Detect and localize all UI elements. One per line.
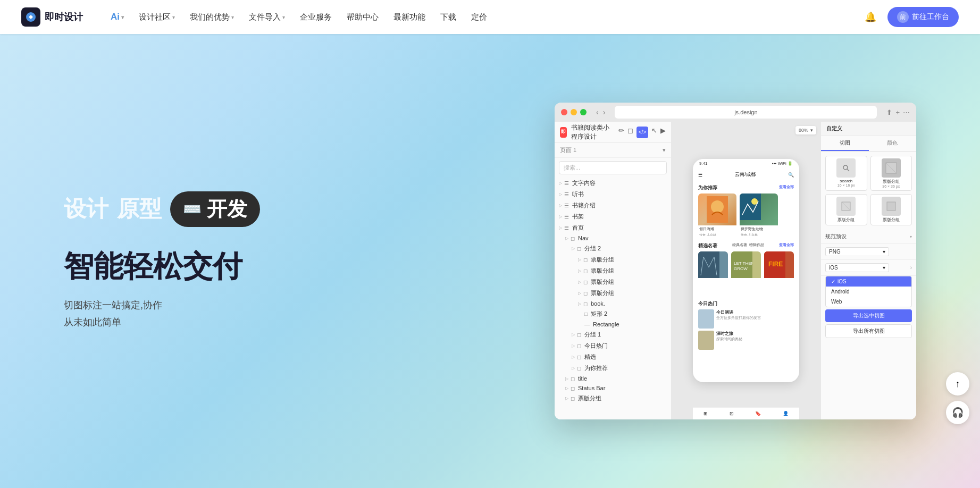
news-sub: 全方位多角度打磨你的发言 xyxy=(716,315,761,321)
browser-url-bar[interactable]: js.design xyxy=(615,106,877,119)
nav-item-pricing[interactable]: 定价 xyxy=(465,9,493,26)
news-sub: 探索时间的奥秘 xyxy=(716,336,742,342)
phone-section-classics-title: 精选名著 经典名著 特辑作品 查看全部 xyxy=(698,242,794,249)
view-all-btn[interactable]: 查看全部 xyxy=(779,184,794,191)
layer-item[interactable]: ▷☰ 书架 xyxy=(555,211,671,222)
phone-time: 9:41 xyxy=(699,161,708,166)
hero-subtitle-line2: 从未如此简单 xyxy=(64,317,121,327)
layer-item[interactable]: □ 矩形 2 xyxy=(555,308,671,319)
nav-item-features-label: 最新功能 xyxy=(393,12,425,22)
layer-item[interactable]: ▷◻ 票版分组 xyxy=(555,265,671,276)
chevron-down-icon: ▾ xyxy=(231,14,234,20)
platform-select[interactable]: iOS ▾ xyxy=(825,263,889,272)
play-icon[interactable]: ▶ xyxy=(660,127,666,138)
layer-item[interactable]: ▷◻ 分组 1 xyxy=(555,329,671,340)
nav-item-enterprise[interactable]: 企业服务 xyxy=(294,9,338,26)
export-all-button[interactable]: 导出所有切图 xyxy=(825,324,912,338)
layer-item[interactable]: ▷◻ 精选 xyxy=(555,351,671,363)
view-all-btn[interactable]: 查看全部 xyxy=(779,242,794,249)
layer-label: Status Bar xyxy=(578,385,605,391)
url-text: js.design xyxy=(734,109,757,115)
chevron-down-icon: ▾ xyxy=(883,249,885,255)
panel-section-title: 自定义 xyxy=(821,122,916,136)
platform-value: iOS xyxy=(829,265,838,271)
logo-area[interactable]: 即时设计 xyxy=(21,7,83,27)
nav-item-community[interactable]: 设计社区 ▾ xyxy=(132,9,181,26)
layer-label: 书架 xyxy=(572,213,584,221)
nav-item-features[interactable]: 最新功能 xyxy=(387,9,432,26)
browser-back-icon[interactable]: ‹ xyxy=(596,108,599,116)
format-select[interactable]: PNG ▾ xyxy=(825,247,889,256)
export-selected-button[interactable]: 导出选中切图 xyxy=(825,309,912,322)
layer-item[interactable]: ▷◻ 分组 2 xyxy=(555,243,671,254)
layer-item[interactable]: ▷◻ book. xyxy=(555,299,671,308)
select-icon[interactable]: ↖ xyxy=(651,127,657,138)
nav-right: 🔔 前 前往工作台 xyxy=(862,7,959,27)
dropdown-item-ios[interactable]: ✓ iOS xyxy=(826,276,911,287)
svg-point-2 xyxy=(711,200,724,213)
side-buttons: ↑ 🎧 xyxy=(946,372,969,424)
tab-color[interactable]: 颜色 xyxy=(869,136,917,151)
section-title-text: 精选名著 xyxy=(698,242,717,249)
svg-rect-3 xyxy=(740,193,761,220)
layer-label: book. xyxy=(591,300,605,307)
add-tab-icon[interactable]: + xyxy=(895,108,900,116)
share-icon[interactable]: ⬆ xyxy=(886,108,892,116)
workspace-button[interactable]: 前 前往工作台 xyxy=(887,7,959,27)
nav-item-help-label: 帮助中心 xyxy=(347,12,379,22)
hero-left: 设计 原型 ⌨️ 开发 智能轻松交付 切图标注一站搞定,协作 从未如此简单 xyxy=(64,191,506,331)
phone-card: FIRE xyxy=(764,251,794,294)
scroll-top-button[interactable]: ↑ xyxy=(946,372,969,396)
icon-size: 16 × 16 px xyxy=(828,183,865,187)
search-icon-box xyxy=(836,158,856,178)
nav-item-import[interactable]: 文件导入 ▾ xyxy=(242,9,291,26)
sidebar-search-input[interactable]: 搜索... xyxy=(559,161,667,174)
dropdown-item-web[interactable]: Web xyxy=(826,297,911,307)
layer-item[interactable]: ▷◻ Nav xyxy=(555,233,671,243)
navbar: 即时设计 Ai ▾ 设计社区 ▾ 我们的优势 ▾ 文件导入 ▾ 企业服务 帮助中… xyxy=(0,0,980,34)
panel-icon-item: 票版分组 36 × 36 px xyxy=(870,156,912,191)
layer-item[interactable]: ▷◻ 为你推荐 xyxy=(555,363,671,374)
layer-item[interactable]: — Rectangle xyxy=(555,319,671,329)
view-icon[interactable]: ◻ xyxy=(627,127,633,138)
tab-cut[interactable]: 切图 xyxy=(821,136,869,151)
hero-tag-dev: ⌨️ 开发 xyxy=(170,191,260,227)
more-icon[interactable]: ⋯ xyxy=(903,108,910,116)
layer-item[interactable]: ▷☰ 听书 xyxy=(555,189,671,200)
nav-item-ai-label: Ai xyxy=(111,12,120,22)
sidebar-header: 页面 1 ▾ xyxy=(555,143,671,158)
layer-item[interactable]: ▷◻ 今日热门 xyxy=(555,340,671,351)
layer-item[interactable]: ▷◻ 票版分组 xyxy=(555,276,671,288)
phone-card: 假日海滩 传奇·儿京林 xyxy=(698,193,736,236)
section-title-text: 今日热门 xyxy=(698,300,717,307)
canvas-toolbar: 80% ▾ xyxy=(795,126,816,134)
nav-item-ai[interactable]: Ai ▾ xyxy=(104,9,130,26)
book-author: 传奇·儿京林 xyxy=(698,233,736,236)
code-view-button[interactable]: </> xyxy=(636,127,648,138)
svg-text:FIRE: FIRE xyxy=(768,260,783,268)
layer-item[interactable]: ▷☰ 文字内容 xyxy=(555,178,671,189)
trending-item: 今日演讲 全方位多角度打磨你的发言 xyxy=(698,309,794,329)
nav-item-advantages[interactable]: 我们的优势 ▾ xyxy=(183,9,240,26)
layer-item[interactable]: ▷◻ title xyxy=(555,374,671,383)
nav-item-help[interactable]: 帮助中心 xyxy=(340,9,385,26)
bell-icon[interactable]: 🔔 xyxy=(862,9,879,26)
edit-icon[interactable]: ✏ xyxy=(618,127,624,138)
layer-item[interactable]: ▷◻ Status Bar xyxy=(555,383,671,393)
layer-item[interactable]: ▷☰ 书籍介绍 xyxy=(555,200,671,211)
app-sidebar-left: 即 书籍阅读类小程序设计 ✏ ◻ </> ↖ ▶ 页面 1 ▾ xyxy=(555,122,672,419)
layer-item[interactable]: ▷◻ 票版分组 xyxy=(555,254,671,265)
browser-forward-icon[interactable]: › xyxy=(603,108,606,116)
nav-item-download[interactable]: 下载 xyxy=(434,9,463,26)
format-value: PNG xyxy=(829,249,841,255)
layer-item[interactable]: ▷☰ 首页 xyxy=(555,222,671,233)
help-button[interactable]: 🎧 xyxy=(946,401,969,424)
news-title: 今日演讲 xyxy=(716,309,761,315)
hero-tag-dev-label: 开发 xyxy=(207,196,247,223)
layer-label: Rectangle xyxy=(593,321,619,327)
dropdown-item-android[interactable]: Android xyxy=(826,287,911,297)
phone-card: 保护野生动物 传奇·儿京林 xyxy=(740,193,778,236)
hero-title: 智能轻松交付 xyxy=(64,248,474,284)
layer-item[interactable]: ▷◻ 票版分组 xyxy=(555,288,671,299)
layer-item[interactable]: ▷◻ 票版分组 xyxy=(555,393,671,404)
